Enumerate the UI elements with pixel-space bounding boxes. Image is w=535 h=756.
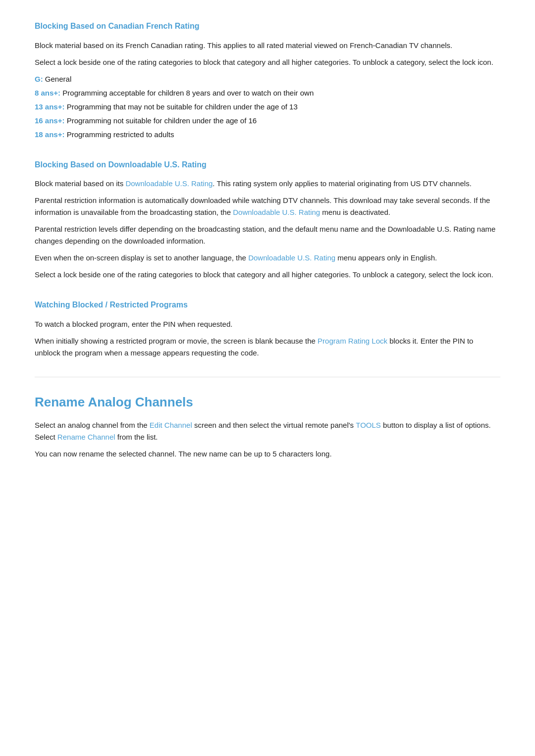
para-watching-2: When initially showing a restricted prog… (35, 335, 500, 359)
rating-label-16ans: 16 ans+: (35, 116, 64, 125)
ratings-list-canadian: G: General 8 ans+: Programming acceptabl… (35, 73, 500, 141)
rating-18ans: 18 ans+: Programming restricted to adult… (35, 129, 500, 141)
rating-13ans: 13 ans+: Programming that may not be sui… (35, 101, 500, 113)
rating-label-18ans: 18 ans+: (35, 130, 64, 139)
section-downloadable-us: Blocking Based on Downloadable U.S. Rati… (35, 158, 500, 281)
para-canadian-2: Select a lock beside one of the rating c… (35, 56, 500, 68)
para-downloadable-4: Even when the on-screen display is set t… (35, 252, 500, 264)
para-downloadable-3: Parental restriction levels differ depen… (35, 223, 500, 247)
link-tools: TOOLS (356, 421, 381, 429)
para-watching-1: To watch a blocked program, enter the PI… (35, 318, 500, 330)
para-downloadable-5: Select a lock beside one of the rating c… (35, 269, 500, 281)
link-rename-channel: Rename Channel (57, 433, 115, 441)
big-title-rename-analog: Rename Analog Channels (35, 392, 500, 413)
para-downloadable-2: Parental restriction information is auto… (35, 195, 500, 218)
rating-g: G: General (35, 73, 500, 85)
para-canadian-1: Block material based on its French Canad… (35, 40, 500, 51)
rating-label-8ans: 8 ans+: (35, 89, 60, 97)
section-canadian-french: Blocking Based on Canadian French Rating… (35, 20, 500, 141)
link-program-rating-lock: Program Rating Lock (318, 337, 387, 345)
section-title-downloadable-us: Blocking Based on Downloadable U.S. Rati… (35, 158, 500, 171)
page-container: Blocking Based on Canadian French Rating… (35, 20, 500, 460)
section-rename-analog: Rename Analog Channels Select an analog … (35, 392, 500, 460)
para-rename-1: Select an analog channel from the Edit C… (35, 419, 500, 443)
rating-label-g: G: (35, 75, 43, 83)
rating-label-13ans: 13 ans+: (35, 102, 64, 111)
section-watching-blocked: Watching Blocked / Restricted Programs T… (35, 299, 500, 359)
link-downloadable-3: Downloadable U.S. Rating (248, 253, 335, 262)
link-edit-channel: Edit Channel (150, 421, 192, 429)
para-downloadable-1: Block material based on its Downloadable… (35, 178, 500, 190)
para-rename-2: You can now rename the selected channel.… (35, 448, 500, 460)
link-downloadable-2: Downloadable U.S. Rating (233, 208, 320, 216)
section-divider (35, 377, 500, 377)
section-title-watching-blocked: Watching Blocked / Restricted Programs (35, 299, 500, 311)
section-title-canadian-french: Blocking Based on Canadian French Rating (35, 20, 500, 33)
link-downloadable-1: Downloadable U.S. Rating (125, 179, 213, 188)
rating-16ans: 16 ans+: Programming not suitable for ch… (35, 115, 500, 127)
rating-8ans: 8 ans+: Programming acceptable for child… (35, 87, 500, 99)
